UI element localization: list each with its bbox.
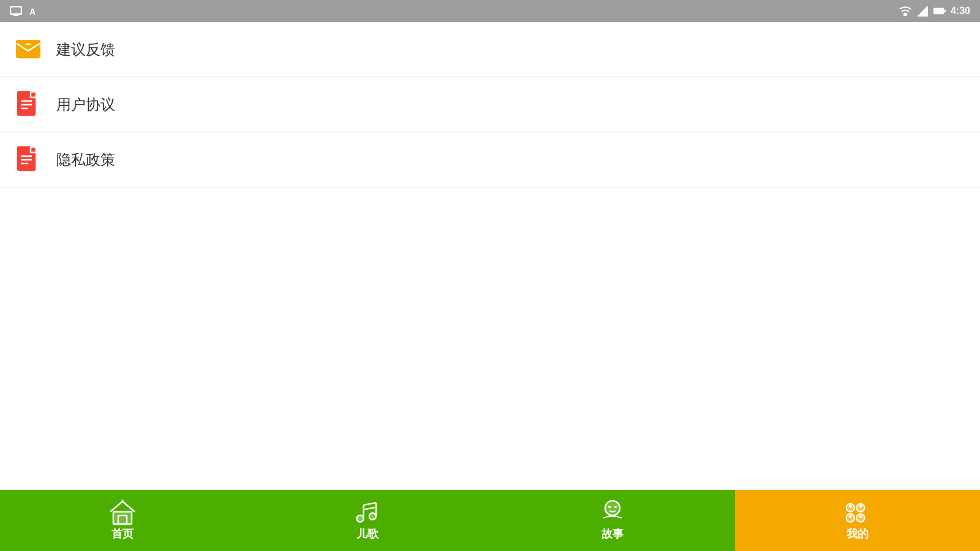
main-content: 建议反馈 用户协议 <box>0 22 980 490</box>
time-display: 4:30 <box>951 6 970 17</box>
privacy-policy-label: 隐私政策 <box>56 150 115 170</box>
wifi-icon <box>899 5 911 17</box>
chevron-right-privacy <box>956 149 965 170</box>
home-icon <box>107 500 138 524</box>
svg-line-32 <box>364 508 376 510</box>
feedback-label: 建议反馈 <box>56 40 115 59</box>
svg-point-34 <box>608 506 611 508</box>
font-icon: A <box>28 5 40 17</box>
svg-rect-24 <box>113 512 132 524</box>
screen-icon <box>10 5 22 17</box>
svg-point-6 <box>904 15 906 17</box>
nav-item-songs[interactable]: 儿歌 <box>245 490 490 551</box>
nav-item-stories[interactable]: 故事 <box>490 490 735 551</box>
svg-point-42 <box>849 515 852 518</box>
svg-line-31 <box>364 503 376 505</box>
document-agreement-icon <box>15 91 42 118</box>
nav-item-mine[interactable]: 我的 <box>735 490 980 551</box>
svg-rect-9 <box>934 9 943 13</box>
battery-icon <box>933 5 946 17</box>
menu-item-left: 建议反馈 <box>15 36 115 63</box>
menu-item-feedback[interactable]: 建议反馈 <box>0 22 980 77</box>
stories-icon <box>597 500 628 524</box>
menu-item-user-agreement[interactable]: 用户协议 <box>0 77 980 132</box>
svg-point-28 <box>369 513 376 520</box>
menu-item-left-2: 用户协议 <box>15 91 115 118</box>
svg-point-40 <box>849 504 852 508</box>
nav-item-home[interactable]: 首页 <box>0 490 245 551</box>
status-bar-right: 4:30 <box>899 5 970 17</box>
signal-icon <box>916 5 929 17</box>
status-bar-left: A <box>10 5 40 17</box>
svg-text:A: A <box>29 7 36 17</box>
chevron-right-feedback <box>956 39 965 60</box>
status-bar: A 4:30 <box>0 0 980 22</box>
songs-label: 儿歌 <box>356 527 379 541</box>
svg-rect-12 <box>17 40 40 58</box>
svg-rect-0 <box>10 7 21 14</box>
document-privacy-icon <box>15 146 42 173</box>
menu-item-privacy[interactable]: 隐私政策 <box>0 132 980 187</box>
svg-point-43 <box>859 515 862 518</box>
mine-icon <box>842 500 873 524</box>
svg-marker-7 <box>917 6 928 17</box>
email-icon <box>15 36 42 63</box>
bottom-nav: 首页 儿歌 <box>0 490 980 551</box>
svg-point-41 <box>859 504 862 508</box>
mine-label: 我的 <box>846 527 869 541</box>
user-agreement-label: 用户协议 <box>56 95 115 114</box>
chevron-right-agreement <box>956 94 965 115</box>
home-label: 首页 <box>111 527 134 541</box>
svg-rect-20 <box>31 147 36 152</box>
stories-label: 故事 <box>601 527 624 541</box>
svg-point-27 <box>356 515 363 522</box>
songs-icon <box>352 500 383 524</box>
svg-rect-15 <box>31 92 36 97</box>
menu-item-left-3: 隐私政策 <box>15 146 115 173</box>
svg-point-35 <box>614 506 617 508</box>
svg-point-33 <box>605 501 620 515</box>
